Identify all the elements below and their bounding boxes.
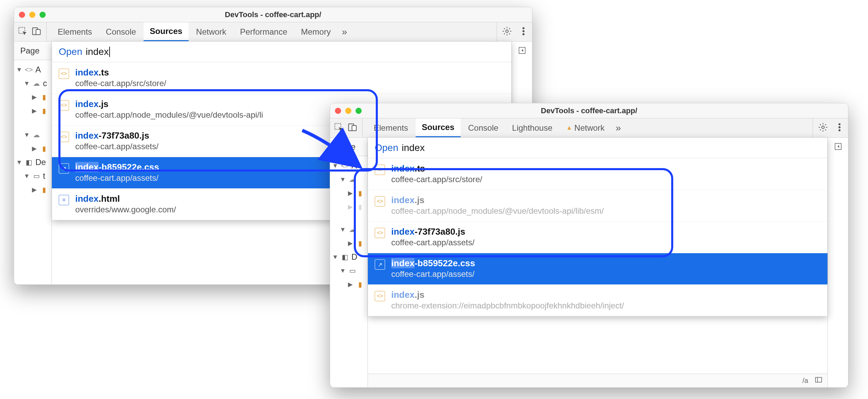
folder-icon: ▮ xyxy=(356,203,364,211)
tab-elements[interactable]: Elements xyxy=(52,22,98,41)
folder-icon: ▮ xyxy=(356,239,364,247)
quick-open-item[interactable]: <> index.js chrome-extension://eimadpbcb… xyxy=(368,284,827,316)
svg-point-11 xyxy=(822,126,824,129)
js-file-icon: <> xyxy=(59,132,69,142)
quick-open-item[interactable]: <> index.js coffee-cart.app/node_modules… xyxy=(368,190,827,221)
folder-icon: ▮ xyxy=(356,189,364,197)
match-text: index xyxy=(75,193,99,204)
cloud-icon: ☁ xyxy=(32,80,41,87)
rect-icon: ▭ xyxy=(348,267,357,274)
device-toggle-icon[interactable] xyxy=(347,122,358,134)
quick-open-item[interactable]: <> index.ts coffee-cart.app/src/store/ xyxy=(368,158,827,190)
tree-label[interactable]: De xyxy=(35,157,46,167)
js-file-icon: <> xyxy=(59,100,69,110)
cloud-icon: ☁ xyxy=(32,131,41,139)
js-file-icon: <> xyxy=(375,165,385,175)
quick-open-input[interactable]: Open index xyxy=(52,42,511,62)
debugger-pane-toggle[interactable] xyxy=(827,138,848,387)
match-text: index xyxy=(391,290,415,300)
status-bar: /a xyxy=(368,374,827,387)
toolbar: Elements Sources Console Lighthouse Netw… xyxy=(330,118,848,138)
tab-sources[interactable]: Sources xyxy=(144,22,189,41)
js-file-icon: <> xyxy=(375,196,385,207)
tab-performance[interactable]: Performance xyxy=(234,22,293,41)
cloud-icon: ☁ xyxy=(348,226,357,233)
js-file-icon: <> xyxy=(375,291,385,301)
match-text: index xyxy=(75,162,99,172)
sidebar-toggle-icon[interactable] xyxy=(814,376,823,386)
quick-open-item[interactable]: <> index.ts coffee-cart.app/src/store/ xyxy=(52,62,511,94)
more-tabs-button[interactable]: » xyxy=(338,26,351,37)
inspect-icon[interactable] xyxy=(18,26,28,38)
kebab-menu-icon[interactable] xyxy=(518,26,529,38)
titlebar: DevTools - coffee-cart.app/ xyxy=(14,7,532,22)
js-file-icon: <> xyxy=(59,69,69,79)
titlebar: DevTools - coffee-cart.app/ xyxy=(330,103,848,118)
tree-label[interactable]: A xyxy=(35,65,41,74)
match-text: index xyxy=(75,130,99,141)
file-ext: .js xyxy=(415,195,425,205)
file-ext: .js xyxy=(415,290,425,300)
file-path: coffee-cart.app/src/store/ xyxy=(75,79,166,88)
tab-lighthouse[interactable]: Lighthouse xyxy=(506,118,559,137)
file-path: coffee-cart.app/assets/ xyxy=(391,238,474,247)
svg-rect-15 xyxy=(815,377,822,382)
page-tab[interactable]: Page xyxy=(330,138,368,156)
file-ext: .ts xyxy=(99,67,109,78)
file-ext: .ts xyxy=(415,163,425,174)
folder-icon: ▮ xyxy=(40,145,48,152)
kebab-menu-icon[interactable] xyxy=(834,122,845,134)
quick-open-command: Open xyxy=(59,46,82,57)
devtools-window-b: DevTools - coffee-cart.app/ Elements Sou… xyxy=(330,103,848,388)
quick-open-item-selected[interactable]: ↗ index-b859522e.css coffee-cart.app/ass… xyxy=(368,253,827,284)
file-path: coffee-cart.app/assets/ xyxy=(75,173,159,183)
file-ext: -73f73a80.js xyxy=(415,226,465,237)
device-toggle-icon[interactable] xyxy=(31,26,42,38)
rect-icon: ▭ xyxy=(32,172,41,180)
navigator-pane: Page <>A ☁ ▮ ▮ ☁ ▮ ◧D ▭ ▮ xyxy=(330,138,368,387)
file-ext: .html xyxy=(99,193,120,204)
file-ext: -73f73a80.js xyxy=(99,130,149,141)
tab-sources[interactable]: Sources xyxy=(416,118,461,137)
tree-label[interactable]: c xyxy=(43,79,47,88)
tab-console[interactable]: Console xyxy=(100,22,142,41)
folder-icon: ▮ xyxy=(40,107,48,115)
quick-open-item[interactable]: <> index-73f73a80.js coffee-cart.app/ass… xyxy=(368,221,827,253)
status-text: /a xyxy=(802,377,808,385)
tab-elements[interactable]: Elements xyxy=(368,118,414,137)
settings-icon[interactable] xyxy=(818,122,828,134)
settings-icon[interactable] xyxy=(502,26,512,38)
quick-open-query: index xyxy=(86,46,109,57)
svg-rect-2 xyxy=(36,30,41,35)
file-path: coffee-cart.app/src/store/ xyxy=(391,175,482,184)
svg-point-12 xyxy=(839,124,840,125)
tab-memory[interactable]: Memory xyxy=(295,22,337,41)
panel-tabs: Elements Console Sources Network Perform… xyxy=(47,22,497,41)
quick-open-input[interactable]: Open index xyxy=(368,138,827,158)
svg-rect-10 xyxy=(352,126,357,131)
file-tree: <>A ☁c ▮ ▮ ☁ ▮ ◧De ▭t ▮ xyxy=(14,60,52,199)
editor-pane: Open index <> index.ts coffee-cart.app/s… xyxy=(368,138,827,387)
tab-network[interactable]: Network xyxy=(190,22,233,41)
quick-open-command: Open xyxy=(375,142,398,153)
cloud-icon: ☁ xyxy=(348,176,357,183)
cube-icon: ◧ xyxy=(340,253,349,261)
file-path: overrides/www.google.com/ xyxy=(75,205,176,214)
tab-console[interactable]: Console xyxy=(462,118,505,137)
js-file-icon: <> xyxy=(375,228,385,238)
tree-label[interactable]: t xyxy=(43,171,45,181)
svg-point-14 xyxy=(839,129,840,131)
match-text: index xyxy=(391,163,415,174)
match-text: index xyxy=(391,226,415,237)
file-tree: <>A ☁ ▮ ▮ ☁ ▮ ◧D ▭ ▮ xyxy=(330,156,368,294)
quick-open-popup: Open index <> index.ts coffee-cart.app/s… xyxy=(368,138,827,316)
tree-label[interactable]: D xyxy=(351,252,357,262)
quick-open-query: index xyxy=(402,142,425,153)
file-ext: -b859522e.css xyxy=(415,258,475,268)
inspect-icon[interactable] xyxy=(334,122,344,134)
tab-network[interactable]: Network xyxy=(560,118,611,137)
page-tab[interactable]: Page xyxy=(14,42,52,60)
tree-label[interactable]: A xyxy=(351,161,357,171)
more-tabs-button[interactable]: » xyxy=(612,122,624,133)
file-path: coffee-cart.app/assets/ xyxy=(75,142,158,151)
